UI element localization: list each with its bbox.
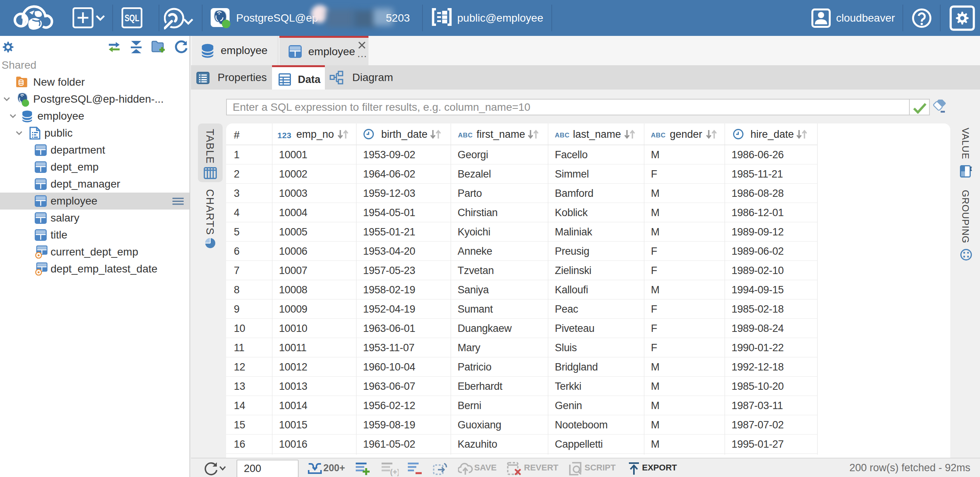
- svg-text:SQL: SQL: [125, 13, 139, 23]
- svg-text:(+): (+): [390, 468, 399, 476]
